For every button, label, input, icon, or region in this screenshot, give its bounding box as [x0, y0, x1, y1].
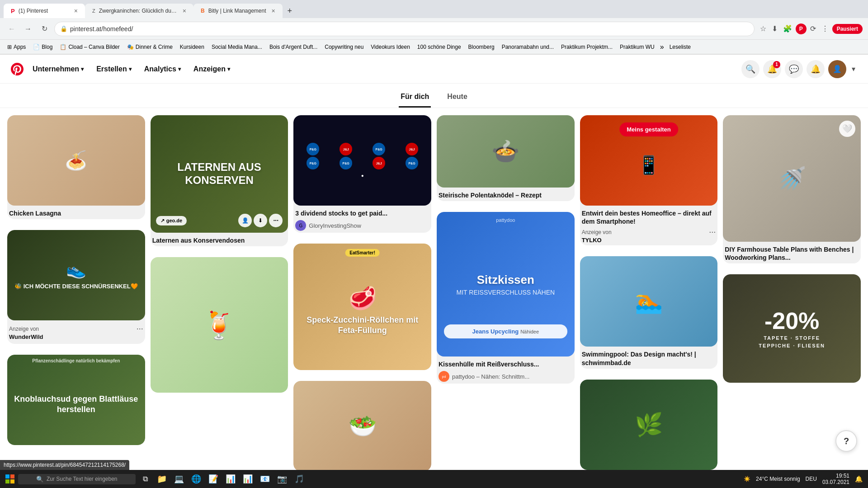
search-taskbar-button[interactable]: 🔍 Zur Suche Text hier eingeben [18, 474, 136, 484]
pin-schnuersenkel-ad[interactable]: 👟 🐝 ICH MÖCHTE DIESE SCHNÜRSENKEL🧡 Anzei… [7, 230, 145, 344]
download-pin-icon[interactable]: ⬇ [254, 214, 267, 227]
taskbar-mail[interactable]: 📧 [258, 472, 272, 486]
pin-food-drink[interactable]: 🍹 [151, 257, 288, 393]
browser-right-icons: ☆ ⬇ 🧩 P ⟳ ⋮ Pausiert [758, 23, 863, 35]
taskbar-spotify[interactable]: 🎵 [292, 472, 306, 486]
pin-chicken-lasagna[interactable]: 🍝 Chicken Lasagna [7, 115, 145, 219]
more-options-button[interactable]: ··· [137, 324, 143, 333]
address-bar[interactable]: 🔒 pinterest.at/homefeed/ [54, 22, 755, 36]
bookmark-copy-label: Copywriting neu [325, 44, 363, 50]
bookmark-praktikum2[interactable]: Praktikum WU [618, 43, 656, 51]
bookmark-kursideen[interactable]: Kursideen [178, 43, 206, 51]
pin-homeoffice-info: Entwirt dein bestes Homeoffice – direkt … [580, 206, 718, 245]
settings-icon[interactable]: ⋮ [820, 23, 830, 35]
tab-close-zwerg[interactable]: × [183, 7, 186, 14]
bookmark-praktikum2-label: Praktikum WU [620, 44, 655, 50]
date-display: 03.07.2021 [822, 479, 849, 485]
pin-sitzkissen[interactable]: pattydoo Sitzkissen MIT REISSVERSCHLUSS … [437, 212, 575, 384]
bookmark-dinner[interactable]: 🎭 Dinner & Crime [125, 43, 175, 51]
bookmark-100[interactable]: 100 schöne Dinge [415, 43, 463, 51]
download-icon[interactable]: ⬇ [770, 23, 779, 35]
search-button[interactable]: 🔍 [741, 60, 760, 78]
bookmark-bois[interactable]: Bois d'Argent Duft... [268, 43, 319, 51]
pin-food-2[interactable]: 🥗 [293, 381, 431, 471]
browser-tab-pinterest[interactable]: P (1) Pinterest × [4, 4, 85, 18]
pattydoo-name: pattydoo – Nähen: Schnittm... [452, 373, 529, 380]
taskbar-powerpoint[interactable]: 📊 [241, 472, 255, 486]
bookmark-leseliste[interactable]: Leseliste [668, 43, 693, 51]
pin-nature[interactable]: 🌿 [580, 380, 718, 470]
nav-anzeigen-chevron: ▾ [227, 66, 230, 72]
reload-button[interactable]: ↻ [38, 23, 51, 35]
bookmark-cload[interactable]: 📋 Cload – Canva Bilder [58, 43, 121, 51]
taskbar-word[interactable]: 📝 [207, 472, 220, 486]
pin-discount-tapete[interactable]: -20% TAPETE · STOFFETEPPICHE · FLIESEN [723, 274, 861, 383]
pin-dividend-stocks[interactable]: P&G J&J P&G J&J P&G P&G J&J P&G ● 3 divi… [293, 115, 431, 233]
message-button[interactable]: 💬 [785, 60, 803, 78]
start-button[interactable] [5, 474, 14, 483]
bookmark-social[interactable]: Social Media Mana... [210, 43, 264, 51]
pin-dividend-title: 3 dividend stocks to get paid... [295, 209, 429, 217]
expand-button[interactable]: ▾ [850, 63, 857, 75]
forward-button[interactable]: → [22, 23, 34, 35]
bookmark-blog[interactable]: 📄 Blog [31, 43, 54, 51]
new-tab-button[interactable]: + [283, 4, 297, 18]
homeoffice-more-btn[interactable]: ··· [709, 227, 716, 237]
nav-analytics[interactable]: Analytics ▾ [139, 61, 186, 77]
heart-button[interactable]: 🤍 [839, 121, 855, 137]
bookmark-copy[interactable]: Copywriting neu [323, 43, 365, 51]
pin-swimmingpool[interactable]: 🏊 Swimmingpool: Das Design macht's! | sc… [580, 256, 718, 368]
browser-tab-bitly[interactable]: B Bitly | Link Management × [193, 4, 283, 18]
browser-tab-zwerg[interactable]: Z Zwergkaninchen: Glücklich durch... × [85, 4, 193, 18]
cload-icon: 📋 [60, 44, 66, 50]
pin-polenta-info: Steirische Polentaknödel – Rezept [437, 188, 575, 201]
bookmark-leseliste-label: Leseliste [670, 44, 691, 50]
sync-icon[interactable]: ⟳ [808, 23, 818, 35]
bookmark-praktikum1[interactable]: Praktikum Projektm... [559, 43, 614, 51]
taskbar-edge[interactable]: 🌐 [189, 472, 203, 486]
tab-title-bitly: Bitly | Link Management [208, 8, 266, 14]
user-avatar[interactable]: 👤 [828, 60, 846, 78]
nav-unternehmen[interactable]: Unternehmen ▾ [27, 61, 89, 77]
pin-homeoffice-title: Entwirt dein bestes Homeoffice – direkt … [582, 209, 716, 225]
tab-heute[interactable]: Heute [445, 89, 469, 108]
taskbar-folder[interactable]: 💻 [172, 472, 186, 486]
bookmark-bois-label: Bois d'Argent Duft... [269, 44, 317, 50]
help-button[interactable]: ? [835, 430, 857, 452]
pin-homeoffice-ad[interactable]: Meins gestalten 📱 Entwirt dein bestes Ho… [580, 115, 718, 245]
tab-fuer-dich[interactable]: Für dich [399, 89, 431, 108]
pin-polentaknoedel[interactable]: 🍲 Steirische Polentaknödel – Rezept [437, 115, 575, 201]
tab-close-pinterest[interactable]: × [74, 7, 78, 14]
pinterest-logo[interactable] [11, 63, 24, 75]
taskbar-camera[interactable]: 📷 [275, 472, 289, 486]
bookmark-apps[interactable]: ⊞ Apps [5, 43, 28, 51]
bookmark-video[interactable]: Videokurs Ideen [369, 43, 412, 51]
extensions-icon[interactable]: 🧩 [781, 23, 794, 35]
more-icon[interactable]: ··· [269, 214, 283, 227]
grid-col-6: 🚿 🤍 DIY Farmhouse Table Plans with Bench… [723, 115, 861, 477]
grid-col-3: P&G J&J P&G J&J P&G P&G J&J P&G ● 3 divi… [293, 115, 431, 477]
tab-close-bitly[interactable]: × [272, 7, 275, 14]
pin-speck-zucchini[interactable]: EatSmarter! 🥩 Speck-Zucchini-Röllchen mi… [293, 244, 431, 370]
more-bookmarks-icon[interactable]: » [660, 43, 664, 51]
nav-anzeigen[interactable]: Anzeigen ▾ [188, 61, 236, 77]
bookmark-panorama[interactable]: Panoramabahn und... [500, 43, 556, 51]
pin-farmhouse[interactable]: 🚿 🤍 DIY Farmhouse Table Plans with Bench… [723, 115, 861, 263]
back-button[interactable]: ← [5, 23, 18, 35]
bookmark-bloomberg[interactable]: Bloomberg [467, 43, 496, 51]
nav-erstellen-chevron: ▾ [129, 66, 132, 72]
profile-icon[interactable]: P [796, 23, 807, 34]
nav-erstellen[interactable]: Erstellen ▾ [91, 61, 137, 77]
notification-button[interactable]: 🔔 1 [763, 60, 781, 78]
pausiert-button[interactable]: Pausiert [832, 24, 863, 34]
pin-laternen[interactable]: LATERNEN AUS KONSERVEN ↗ geo.de 👤 ⬇ ··· [151, 115, 288, 246]
bookmark-star-icon[interactable]: ☆ [758, 23, 768, 35]
taskbar-excel[interactable]: 📊 [224, 472, 237, 486]
task-view-button[interactable]: ⧉ [139, 473, 151, 485]
taskbar: 🔍 Zur Suche Text hier eingeben ⧉ 📁 💻 🌐 📝… [0, 470, 868, 488]
meins-gestalten-button[interactable]: Meins gestalten [619, 122, 678, 136]
notification-system-icon[interactable]: 🔔 [855, 475, 863, 483]
taskbar-file-explorer[interactable]: 📁 [155, 472, 169, 486]
activity-button[interactable]: 🔔 [807, 60, 825, 78]
pin-knoblauchsud[interactable]: Pflanzenschädlinge natürlich bekämpfen K… [7, 355, 145, 445]
